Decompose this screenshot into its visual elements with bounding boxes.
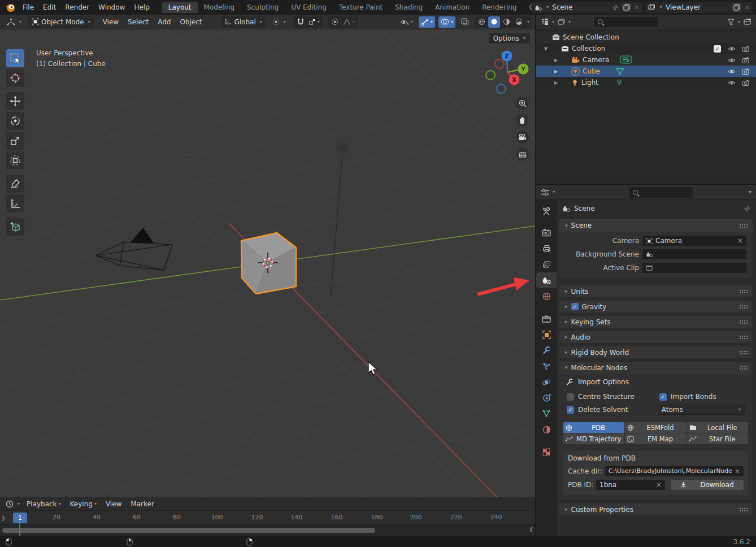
method-tab-esmfold[interactable]: ESMFold: [625, 422, 686, 433]
outliner-row-cube[interactable]: ▶ Cube: [536, 66, 756, 77]
viewport-canvas[interactable]: User Perspective (1) Collection | Cube O…: [0, 29, 535, 497]
outliner-display-mode-dropdown[interactable]: ▾: [558, 19, 571, 25]
hide-eye-toggle[interactable]: [728, 46, 736, 52]
workspace-tab-animation[interactable]: Animation: [429, 2, 476, 13]
gizmos-toggle-dropdown[interactable]: ▾: [419, 16, 435, 28]
properties-tab-object[interactable]: [536, 327, 557, 342]
clear-icon[interactable]: ×: [735, 467, 740, 475]
panel-audio[interactable]: ▸Audio: [559, 331, 753, 343]
tool-add-cube[interactable]: [6, 218, 24, 236]
workspace-tab-shading[interactable]: Shading: [389, 2, 429, 13]
navigation-gizmo[interactable]: Z Y X: [482, 50, 533, 95]
proportional-falloff-dropdown[interactable]: ▾: [341, 16, 357, 28]
delete-solvent-checkbox[interactable]: ✓Delete Solvent: [567, 406, 658, 414]
menu-view[interactable]: View: [98, 18, 123, 26]
pdb-id-field[interactable]: ×: [596, 480, 665, 490]
panel-rigid-body-world[interactable]: ▸Rigid Body World: [559, 346, 753, 358]
hide-eye-toggle[interactable]: [728, 57, 736, 63]
properties-tab-world[interactable]: [536, 288, 557, 304]
options-dropdown[interactable]: Options▾: [489, 33, 530, 44]
method-tab-em-map[interactable]: EM Map: [625, 433, 686, 444]
disclosure-icon[interactable]: ▶: [554, 69, 558, 74]
workspace-tab-sculpting[interactable]: Sculpting: [241, 2, 285, 13]
tool-scale[interactable]: [6, 132, 24, 150]
close-icon[interactable]: ×: [744, 3, 750, 11]
gravity-checkbox[interactable]: ✓: [571, 303, 579, 310]
disclosure-icon[interactable]: ▶: [554, 58, 558, 63]
workspace-tab-texture-paint[interactable]: Texture Paint: [333, 2, 389, 13]
snap-toggle[interactable]: [295, 16, 306, 28]
properties-tab-material[interactable]: [536, 422, 557, 437]
timeline-scrub-strip[interactable]: ❮: [0, 524, 535, 536]
menu-add[interactable]: Add: [153, 18, 175, 26]
new-collection-button[interactable]: [744, 18, 751, 25]
transform-orientation-dropdown[interactable]: Global ▾: [221, 16, 265, 28]
menu-keying[interactable]: Keying▾: [66, 500, 101, 508]
workspace-tab-layout[interactable]: Layout: [162, 2, 198, 13]
camera-field[interactable]: Camera ×: [642, 236, 746, 246]
menu-help[interactable]: Help: [129, 3, 154, 11]
shading-solid-button[interactable]: [488, 16, 500, 28]
outliner-editor-type-dropdown[interactable]: ▾: [541, 18, 554, 25]
properties-tab-texture[interactable]: [536, 444, 557, 460]
disclosure-icon[interactable]: ▼: [544, 46, 548, 51]
expand-icon[interactable]: ❯: [1, 515, 6, 521]
menu-timeline-view[interactable]: View: [101, 500, 126, 508]
panel-keying-sets[interactable]: ▸Keying Sets: [559, 316, 753, 328]
properties-tab-view-layer[interactable]: [536, 257, 557, 272]
timeline-h-scrollbar[interactable]: [2, 528, 375, 533]
timeline-ruler[interactable]: 20406080100120140160180200220240 ❯: [0, 511, 535, 524]
panel-units[interactable]: ▸Units: [559, 285, 753, 297]
collapse-icon[interactable]: ❮: [529, 527, 533, 532]
properties-tab-render[interactable]: [536, 225, 557, 241]
scene-panel-header[interactable]: ▾ Scene: [559, 219, 753, 232]
workspace-tab-uv-editing[interactable]: UV Editing: [285, 2, 333, 13]
pin-icon[interactable]: [744, 205, 751, 212]
cache-dir-input[interactable]: [609, 467, 732, 475]
tool-measure[interactable]: [6, 194, 24, 212]
background-scene-field[interactable]: [642, 249, 746, 259]
panel-custom-properties[interactable]: ▸Custom Properties: [559, 503, 753, 515]
pivot-point-dropdown[interactable]: ▾: [269, 16, 289, 28]
menu-playback[interactable]: Playback▾: [22, 500, 66, 508]
menu-marker[interactable]: Marker: [126, 500, 158, 508]
tool-cursor[interactable]: [6, 69, 24, 87]
menu-render[interactable]: Render: [60, 3, 94, 11]
properties-tab-tool[interactable]: [536, 203, 557, 219]
tool-annotate[interactable]: [6, 175, 24, 193]
menu-file[interactable]: File: [18, 3, 38, 11]
properties-editor-type-dropdown[interactable]: ▾: [541, 189, 555, 196]
method-tab-local-file[interactable]: Local File: [687, 422, 748, 433]
pdb-id-input[interactable]: [599, 481, 650, 489]
pan-hand-button[interactable]: [516, 114, 529, 127]
panel-drag-dots[interactable]: [739, 224, 748, 228]
download-button[interactable]: Download: [671, 480, 744, 490]
disable-render-toggle[interactable]: [742, 57, 749, 63]
menu-select[interactable]: Select: [123, 18, 153, 26]
properties-tab-physics[interactable]: [536, 374, 557, 390]
import-bonds-checkbox[interactable]: ✓Import Bonds: [659, 393, 716, 401]
new-scene-icon[interactable]: [622, 3, 631, 12]
menu-window[interactable]: Window: [94, 3, 129, 11]
outliner-row-scene-collection[interactable]: Scene Collection: [536, 32, 756, 43]
method-tab-pdb[interactable]: PDB: [563, 422, 624, 433]
tool-move[interactable]: [6, 92, 24, 110]
outliner-search-input[interactable]: [594, 17, 658, 27]
menu-edit[interactable]: Edit: [38, 3, 60, 11]
scene-selector[interactable]: ▾ Scene ×: [532, 2, 642, 13]
panel-gravity[interactable]: ▸✓Gravity: [559, 301, 753, 312]
menu-object[interactable]: Object: [175, 18, 206, 26]
orthographic-toggle-button[interactable]: [516, 147, 529, 160]
properties-tab-collection[interactable]: [536, 311, 557, 327]
tool-transform[interactable]: [6, 151, 24, 170]
tool-select-box[interactable]: [6, 49, 24, 67]
timeline-editor-type-dropdown[interactable]: ▾: [3, 498, 22, 510]
shading-dropdown[interactable]: ▾: [527, 20, 529, 24]
disable-render-toggle[interactable]: [742, 68, 749, 75]
close-icon[interactable]: ×: [634, 3, 640, 11]
disable-render-toggle[interactable]: [742, 80, 749, 86]
shading-material-button[interactable]: [501, 16, 512, 28]
playhead[interactable]: 1: [13, 513, 27, 523]
disable-render-toggle[interactable]: [742, 46, 749, 52]
proportional-editing-toggle[interactable]: [329, 16, 341, 28]
